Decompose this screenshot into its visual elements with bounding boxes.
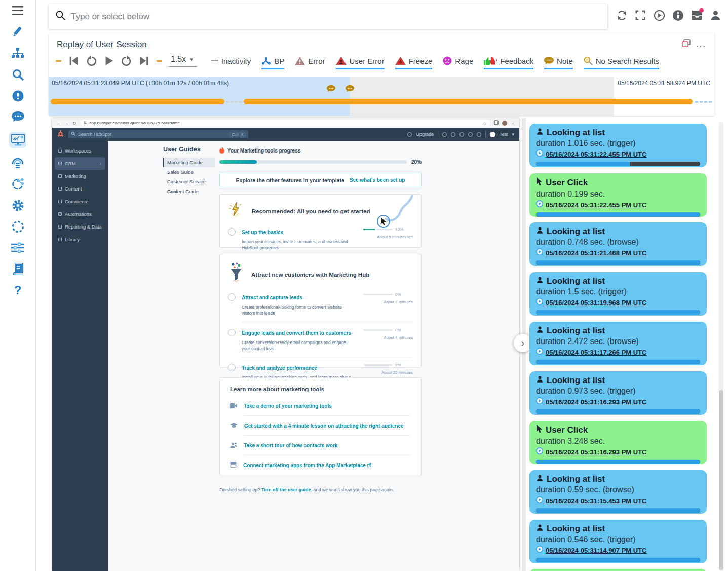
- search-icon[interactable]: [11, 68, 24, 81]
- event-card[interactable]: [529, 569, 707, 571]
- legend-item-no-search[interactable]: No Search Results: [584, 56, 659, 65]
- nav-item-icon: [58, 212, 62, 216]
- event-card[interactable]: User Clickduration 0.199 sec.05/16/2024 …: [529, 173, 707, 217]
- menu-icon[interactable]: [11, 4, 24, 17]
- session-timeline[interactable]: 05/16/2024 05:31:23.049 PM UTC (+00h 01m…: [49, 77, 714, 116]
- browser-forward-icon: →: [64, 121, 69, 126]
- no-search-icon: [584, 56, 593, 65]
- address-bar: ⇅ app.hubspot.com/user-guide/46186375?vi…: [80, 120, 490, 126]
- play-circle-icon[interactable]: [654, 10, 665, 21]
- guides-title: User Guides: [163, 146, 215, 153]
- legend-item-feedback[interactable]: Feedback: [484, 56, 533, 65]
- event-timestamp-link[interactable]: 05/16/2024 05:31:22.455 PM UTC: [546, 201, 646, 209]
- search-input[interactable]: [71, 12, 600, 22]
- sliders-icon[interactable]: [11, 241, 24, 254]
- jump-to-start-button[interactable]: [68, 55, 79, 66]
- event-card[interactable]: Looking at listduration 0.748 sec. (brow…: [529, 222, 707, 266]
- task-checkbox: [228, 329, 236, 336]
- calendar-icon: [451, 132, 455, 137]
- timeline-gap-dashes: [226, 101, 242, 103]
- play-button[interactable]: [103, 55, 114, 66]
- event-card[interactable]: Looking at listduration 2.472 sec. (brow…: [529, 322, 707, 365]
- help-icon[interactable]: ?: [11, 284, 24, 297]
- activity-bar-segment[interactable]: [51, 99, 224, 104]
- jump-to-end-button[interactable]: [139, 55, 150, 66]
- learn-link-row: Take a demo of your marketing tools: [230, 396, 411, 415]
- forward-button[interactable]: [121, 55, 132, 66]
- legend-item-inactivity[interactable]: Inactivity: [211, 57, 251, 65]
- activity-bar-segment[interactable]: [244, 99, 693, 104]
- session-replay-icon[interactable]: [9, 132, 26, 148]
- alert-icon[interactable]: [11, 89, 24, 102]
- event-duration: duration 3.248 sec.: [536, 437, 700, 446]
- event-timestamp-link[interactable]: 05/16/2024 05:31:22.455 PM UTC: [546, 150, 646, 158]
- nav-item-icon: [58, 149, 62, 153]
- event-card[interactable]: User Clickduration 3.248 sec.05/16/2024 …: [529, 421, 707, 464]
- user-icon: [536, 375, 544, 386]
- note-marker-icon[interactable]: [346, 85, 354, 93]
- legend-item-note[interactable]: Note: [544, 57, 573, 65]
- event-timestamp-link[interactable]: 05/16/2024 05:31:15.453 PM UTC: [546, 497, 646, 505]
- learn-link: Get started with a 4 minute lesson on at…: [244, 423, 404, 429]
- fullscreen-icon[interactable]: [635, 10, 646, 21]
- legend-item-error[interactable]: Error: [295, 57, 325, 65]
- inbox-icon[interactable]: [691, 10, 703, 21]
- note-icon: [544, 57, 554, 65]
- user-icon[interactable]: [710, 10, 721, 21]
- event-timestamp-link[interactable]: 05/16/2024 05:31:21.468 PM UTC: [546, 249, 646, 257]
- hubspot-nav-commerce: Commerce: [52, 195, 108, 208]
- timeline-buffered-region[interactable]: [350, 77, 614, 116]
- contacts-icon: [230, 441, 237, 450]
- event-timestamp-link[interactable]: 05/16/2024 05:31:16.293 PM UTC: [546, 448, 646, 456]
- journey-icon[interactable]: [11, 177, 24, 191]
- learn-card: Learn more about marketing tools Take a …: [219, 377, 422, 476]
- sitemap-icon[interactable]: [11, 47, 24, 60]
- dashed-circle-icon[interactable]: [11, 220, 24, 233]
- event-card[interactable]: Looking at listduration 0.546 sec. (trig…: [529, 520, 707, 563]
- info-icon[interactable]: [672, 10, 684, 21]
- progress-label: Your Marketing tools progress: [227, 148, 300, 154]
- refresh-icon[interactable]: [616, 10, 628, 21]
- scrollbar-thumb[interactable]: [719, 390, 723, 570]
- lightning-icon: [228, 201, 243, 221]
- task-link: Attract and capture leads: [242, 295, 302, 300]
- chat-icon[interactable]: [11, 110, 24, 124]
- event-card[interactable]: Looking at listduration 1.5 sec. (trigge…: [529, 272, 707, 316]
- live-support-icon[interactable]: [11, 156, 24, 169]
- hubspot-nav-library: Library: [52, 233, 108, 246]
- event-card[interactable]: Looking at listduration 1.016 sec. (trig…: [529, 124, 707, 167]
- help-icon: [459, 132, 464, 137]
- play-icon: [536, 149, 543, 159]
- see-whats-set-up-link: See what's been set up: [350, 177, 405, 183]
- speed-selector[interactable]: 1.5x ▾: [169, 55, 197, 67]
- legend-item-freeze[interactable]: Freeze: [395, 56, 433, 65]
- legend-item-bp[interactable]: BP: [261, 57, 284, 65]
- event-card[interactable]: Looking at listduration 0.59 sec. (brows…: [529, 470, 707, 514]
- event-card[interactable]: Looking at listduration 0.973 sec. (trig…: [529, 371, 707, 415]
- marketplace-icon: [230, 461, 237, 470]
- pencil-icon[interactable]: [11, 25, 24, 39]
- event-timestamp-link[interactable]: 05/16/2024 05:31:19.968 PM UTC: [546, 299, 646, 307]
- book-icon[interactable]: [11, 262, 24, 276]
- guide-tab: Customer Service Guide: [163, 177, 215, 186]
- rage-icon: [443, 56, 452, 65]
- popout-icon[interactable]: [682, 39, 691, 50]
- user-icon: [536, 524, 544, 534]
- legend-item-user-error[interactable]: User Error: [336, 56, 385, 65]
- learn-link-row: Get started with a 4 minute lesson on at…: [230, 416, 411, 435]
- global-search[interactable]: [49, 4, 607, 29]
- gear-icon[interactable]: [11, 199, 24, 212]
- event-timestamp-link[interactable]: 05/16/2024 05:31:14.907 PM UTC: [546, 547, 646, 554]
- rewind-button[interactable]: [86, 55, 97, 66]
- event-timestamp-link[interactable]: 05/16/2024 05:31:16.293 PM UTC: [546, 398, 646, 406]
- flame-icon: [219, 147, 224, 155]
- more-menu-icon[interactable]: ...: [697, 42, 706, 47]
- browser-chrome: ← → ↻ ⇅ app.hubspot.com/user-guide/46186…: [52, 118, 519, 128]
- notification-dot: [699, 8, 704, 13]
- nav-item-icon: [58, 187, 62, 191]
- note-marker-icon[interactable]: [327, 85, 335, 93]
- timeline-start-timestamp: 05/16/2024 05:31:23.049 PM UTC (+00h 01m…: [52, 80, 229, 87]
- graduation-icon: [230, 421, 238, 430]
- event-timestamp-link[interactable]: 05/16/2024 05:31:17.266 PM UTC: [546, 349, 646, 356]
- legend-item-rage[interactable]: Rage: [443, 56, 473, 65]
